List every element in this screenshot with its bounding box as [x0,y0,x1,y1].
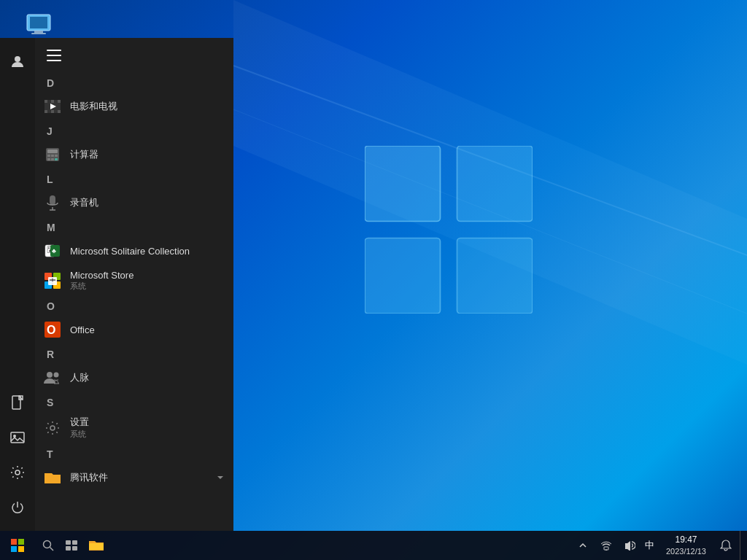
svg-rect-59 [66,540,71,545]
section-r: R [35,344,233,363]
svg-rect-55 [11,546,17,552]
taskbar: 中 19:47 2023/12/13 [0,531,747,560]
search-icon [42,540,54,551]
tencent-folder-label: 腾讯软件 [70,471,108,484]
taskbar-search-button[interactable] [35,531,61,560]
svg-point-50 [47,372,53,378]
store-icon [44,272,61,289]
solitaire-icon: 🂡 ♣ [44,242,61,260]
office-icon: O [44,321,61,338]
app-office-label: Office [70,324,95,335]
app-settings[interactable]: 设置 系统 [35,411,233,444]
svg-text:♣: ♣ [52,247,56,254]
windows-logo-desktop [365,146,533,314]
volume-icon-button[interactable] [619,531,640,560]
svg-point-16 [15,470,20,475]
app-office[interactable]: O Office [35,315,233,344]
section-d: D [35,73,233,92]
svg-rect-6 [457,238,533,314]
svg-rect-4 [457,146,533,222]
system-tray-expand[interactable] [573,531,593,560]
sidebar-power-icon[interactable] [0,490,35,525]
sidebar-picture-icon[interactable] [0,420,35,455]
sidebar-settings-icon[interactable] [0,455,35,490]
app-people[interactable]: 人脉 [35,363,233,392]
network-icon [600,540,612,551]
start-menu-sidebar [0,38,35,531]
settings-icon [44,419,61,437]
svg-point-51 [54,373,59,378]
chevron-up-icon [579,542,587,549]
svg-rect-22 [51,100,54,103]
svg-rect-26 [58,110,61,113]
section-l: L [35,169,233,188]
start-menu-app-list[interactable]: D 电影和电视 J [35,38,233,531]
app-voice-recorder[interactable]: 录音机 [35,188,233,217]
task-view-button[interactable] [61,531,82,560]
svg-rect-9 [34,31,43,33]
svg-rect-31 [51,155,54,157]
notification-icon [720,540,732,551]
input-method-label: 中 [645,539,654,552]
app-movie-tv-label: 电影和电视 [70,100,117,113]
svg-rect-60 [72,540,77,545]
app-solitaire[interactable]: 🂡 ♣ Microsoft Solitaire Collection [35,236,233,265]
start-button[interactable] [0,531,35,560]
network-icon-button[interactable] [596,531,616,560]
hamburger-button[interactable] [35,38,233,73]
sidebar-document-icon[interactable] [0,385,35,420]
file-explorer-button[interactable] [82,531,111,560]
desktop: 此电脑 [0,0,747,560]
app-ms-store-name: Microsoft Store [70,270,133,281]
svg-rect-8 [30,17,47,28]
taskbar-time: 19:47 [675,534,697,546]
svg-rect-25 [51,110,54,113]
svg-line-58 [50,548,54,551]
taskbar-right: 中 19:47 2023/12/13 [573,531,747,560]
svg-rect-30 [47,155,50,157]
taskbar-clock[interactable]: 19:47 2023/12/13 [660,531,712,560]
svg-rect-5 [365,238,441,314]
section-o: O [35,296,233,315]
app-calculator[interactable]: 计算器 [35,140,233,169]
show-desktop-button[interactable] [740,531,744,560]
svg-rect-61 [66,546,71,551]
app-settings-subtitle: 系统 [70,429,89,440]
svg-rect-23 [58,100,61,103]
svg-rect-17 [47,50,61,51]
folder-icon [44,469,61,486]
app-people-label: 人脉 [70,371,89,384]
app-solitaire-label: Microsoft Solitaire Collection [70,246,190,257]
svg-point-11 [15,56,20,62]
notification-button[interactable] [715,531,737,560]
file-explorer-icon [88,539,104,552]
svg-rect-19 [47,60,61,61]
svg-rect-29 [47,149,58,153]
chevron-down-icon [216,473,225,482]
section-t: T [35,444,233,463]
film-icon [44,98,61,115]
svg-rect-33 [47,158,50,160]
input-method-button[interactable]: 中 [643,531,657,560]
sidebar-user-icon[interactable] [0,44,35,79]
app-tencent-folder[interactable]: 腾讯软件 [35,463,233,492]
svg-rect-10 [31,33,46,34]
taskbar-date: 2023/12/13 [666,546,706,556]
svg-rect-21 [44,100,47,103]
svg-rect-62 [72,546,77,551]
app-ms-store[interactable]: Microsoft Store 系统 [35,265,233,296]
svg-rect-56 [18,546,24,552]
svg-rect-34 [51,158,54,160]
svg-rect-18 [47,55,61,56]
section-j: J [35,121,233,140]
svg-rect-53 [11,539,17,545]
svg-rect-3 [365,146,441,222]
section-s: S [35,392,233,411]
svg-rect-63 [89,543,104,550]
svg-rect-54 [18,539,24,545]
app-movie-tv[interactable]: 电影和电视 [35,92,233,121]
calculator-icon [44,146,61,163]
svg-rect-32 [55,155,58,157]
section-m: M [35,217,233,236]
this-pc-icon [24,13,53,36]
